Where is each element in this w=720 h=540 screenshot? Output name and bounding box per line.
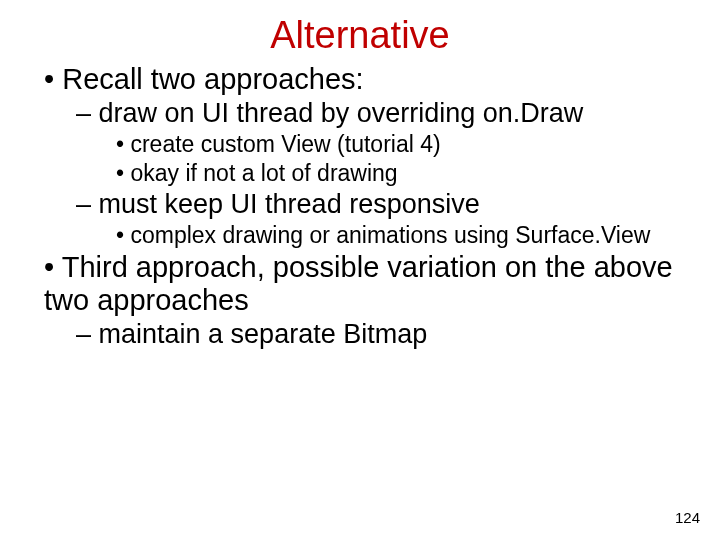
bullet-level3: okay if not a lot of drawing xyxy=(116,160,684,187)
bullet-level1: Third approach, possible variation on th… xyxy=(44,251,684,317)
bullet-level3: complex drawing or animations using Surf… xyxy=(116,222,684,249)
page-number: 124 xyxy=(675,509,700,526)
bullet-level3: create custom View (tutorial 4) xyxy=(116,131,684,158)
bullet-level2: maintain a separate Bitmap xyxy=(76,319,684,350)
bullet-level1: Recall two approaches: xyxy=(44,63,684,96)
bullet-level2: must keep UI thread responsive xyxy=(76,189,684,220)
slide: Alternative Recall two approaches: draw … xyxy=(0,0,720,540)
slide-title: Alternative xyxy=(36,14,684,57)
bullet-level2: draw on UI thread by overriding on.Draw xyxy=(76,98,684,129)
